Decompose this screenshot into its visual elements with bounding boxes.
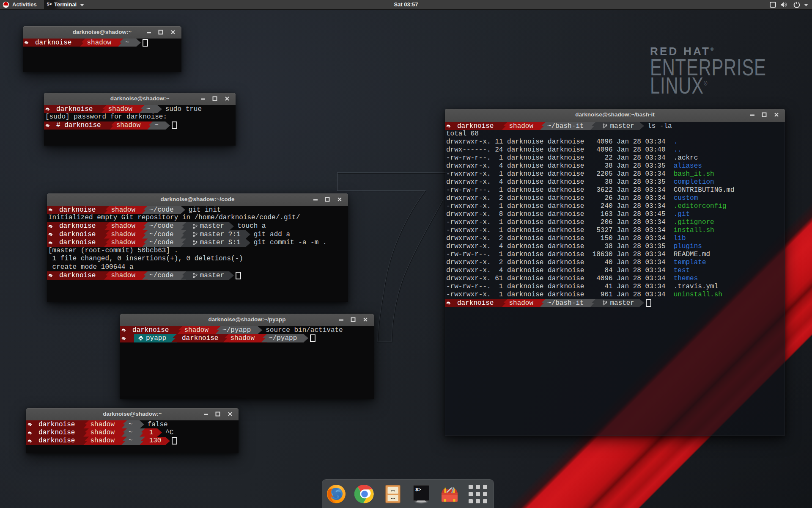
svg-text:$>: $> xyxy=(415,487,421,492)
